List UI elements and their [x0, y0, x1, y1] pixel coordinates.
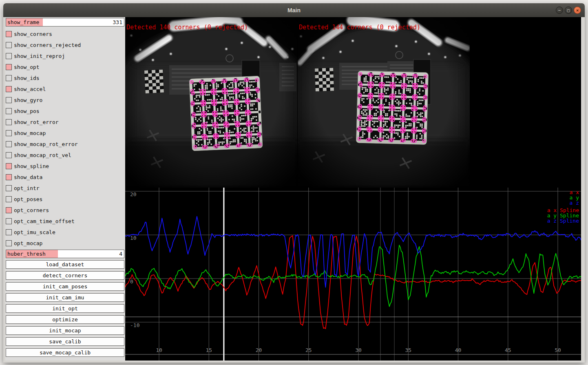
- checkbox-label: show_mocap_rot_vel: [14, 152, 71, 158]
- close-button[interactable]: ×: [574, 7, 581, 14]
- load_dataset-button[interactable]: load_dataset: [6, 260, 124, 269]
- checkbox[interactable]: [6, 108, 12, 114]
- checkbox-label: show_mocap_rot_error: [14, 141, 78, 147]
- title-bar[interactable]: Main − ▢ ×: [3, 3, 585, 18]
- checkbox-label: show_opt: [14, 64, 40, 70]
- checkbox[interactable]: [6, 75, 12, 81]
- svg-text:-10: -10: [130, 322, 139, 328]
- imu-plot[interactable]: 20100-10101520253035404550a xa ya za x S…: [125, 188, 581, 361]
- save_mocap_calib-button[interactable]: save_mocap_calib: [6, 348, 124, 357]
- checkbox[interactable]: [6, 196, 12, 202]
- checkbox-label: show_ids: [14, 75, 40, 81]
- checkbox-label: opt_cam_time_offset: [14, 218, 75, 224]
- checkbox-label: show_accel: [14, 86, 46, 92]
- slider-value: 331: [113, 19, 122, 25]
- svg-text:a z: a z: [570, 200, 579, 206]
- svg-text:45: 45: [505, 347, 511, 353]
- checkbox-label: opt_corners: [14, 207, 49, 213]
- checkbox[interactable]: [6, 163, 12, 169]
- optimize-button[interactable]: optimize: [6, 315, 124, 324]
- checkbox[interactable]: [6, 141, 12, 147]
- svg-text:a z Spline: a z Spline: [547, 218, 579, 224]
- checkbox-label: show_corners_rejected: [14, 42, 81, 48]
- svg-text:10: 10: [156, 347, 162, 353]
- svg-text:25: 25: [305, 347, 312, 353]
- checkbox[interactable]: [6, 174, 12, 180]
- maximize-button[interactable]: ▢: [565, 7, 572, 14]
- huber-thresh-slider[interactable]: huber_thresh 4: [6, 250, 124, 258]
- checkbox[interactable]: [6, 185, 12, 191]
- minimize-button[interactable]: −: [556, 7, 563, 14]
- checkbox[interactable]: [6, 53, 12, 59]
- init_cam_imu-button[interactable]: init_cam_imu: [6, 293, 124, 302]
- checkbox-label: show_init_reproj: [14, 53, 65, 59]
- checkbox[interactable]: [6, 31, 12, 37]
- window-content: show_frame 331 show_cornersshow_corners_…: [3, 17, 585, 363]
- checkbox[interactable]: [6, 218, 12, 224]
- camera-view-left[interactable]: Detected 140 corners (0 rejected): [125, 17, 297, 188]
- checkbox[interactable]: [6, 152, 12, 158]
- checkbox-label: show_mocap: [14, 130, 46, 136]
- detection-overlay-text: Detected 140 corners (0 rejected): [126, 24, 248, 31]
- init_mocap-button[interactable]: init_mocap: [6, 326, 124, 335]
- detect_corners-button[interactable]: detect_corners: [6, 271, 124, 280]
- init_cam_poses-button[interactable]: init_cam_poses: [6, 282, 124, 291]
- checkbox[interactable]: [6, 119, 12, 125]
- checkbox-label: show_corners: [14, 31, 52, 37]
- svg-text:0: 0: [130, 279, 133, 285]
- svg-text:35: 35: [405, 347, 411, 353]
- checkbox-label: opt_mocap: [14, 240, 42, 246]
- checkbox[interactable]: [6, 64, 12, 70]
- checkbox[interactable]: [6, 42, 12, 48]
- checkbox[interactable]: [6, 240, 12, 246]
- camera-view-right[interactable]: Detected 144 corners (0 rejected): [298, 17, 470, 188]
- checkbox[interactable]: [6, 207, 12, 213]
- svg-text:40: 40: [455, 347, 462, 353]
- save_calib-button[interactable]: save_calib: [6, 337, 124, 346]
- checkbox-label: opt_poses: [14, 196, 42, 202]
- slider-value: 4: [119, 251, 122, 257]
- checkbox-label: show_rot_error: [14, 119, 59, 125]
- view-area: Detected 140 corners (0 rejected) Detect…: [125, 17, 581, 361]
- checkbox-label: show_pos: [14, 108, 40, 114]
- slider-label: huber_thresh: [7, 251, 46, 257]
- window-title: Main: [287, 7, 301, 13]
- checkbox-label: show_data: [14, 174, 42, 180]
- vignette: [125, 17, 297, 188]
- svg-text:50: 50: [555, 347, 561, 353]
- checkbox[interactable]: [6, 97, 12, 103]
- checkbox[interactable]: [6, 130, 12, 136]
- vignette: [298, 17, 470, 188]
- checkbox-label: opt_intr: [14, 185, 40, 191]
- svg-text:20: 20: [256, 347, 262, 353]
- slider-label: show_frame: [7, 19, 39, 25]
- main-window: Main − ▢ × show_frame 331 show_cornerssh…: [3, 3, 585, 363]
- svg-text:20: 20: [130, 191, 137, 197]
- checkbox[interactable]: [6, 86, 12, 92]
- checkbox-label: show_spline: [14, 163, 49, 169]
- svg-text:15: 15: [206, 347, 212, 353]
- show-frame-slider[interactable]: show_frame 331: [6, 18, 124, 27]
- svg-text:10: 10: [130, 235, 137, 241]
- control-panel: show_frame 331 show_cornersshow_corners_…: [5, 17, 127, 361]
- detection-overlay-text: Detected 144 corners (0 rejected): [299, 24, 420, 31]
- checkbox-label: show_gyro: [14, 97, 42, 103]
- svg-text:30: 30: [355, 347, 362, 353]
- checkbox[interactable]: [6, 229, 12, 235]
- checkbox-label: opt_imu_scale: [14, 229, 55, 235]
- init_opt-button[interactable]: init_opt: [6, 304, 124, 313]
- window-controls: − ▢ ×: [556, 7, 581, 14]
